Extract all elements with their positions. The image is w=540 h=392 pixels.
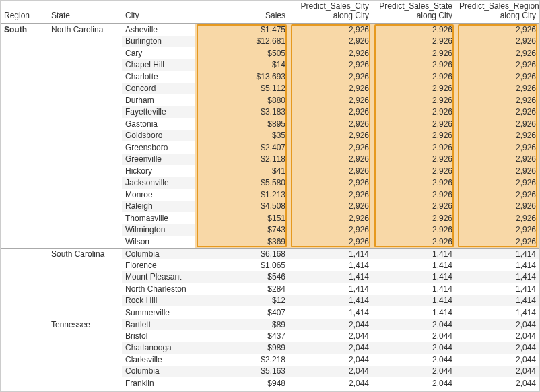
cell-state [48,71,122,83]
table-row: Raleigh$4,5082,9262,9262,926 [1,201,539,213]
table-row: Fayetteville$3,1832,9262,9262,926 [1,106,539,119]
cell-state [48,271,122,284]
cell-city: Charlotte [122,71,195,83]
cell-region [1,366,48,378]
cell-region [1,106,48,119]
cell-sales: $5,163 [195,366,289,378]
cell-predict-city: 1,414 [289,271,372,284]
cell-state [48,189,122,201]
cell-predict-city: 2,926 [289,118,372,130]
table-row: North Charleston$2841,4141,4141,414 [1,283,539,295]
cell-region [1,330,48,342]
cell-sales: $989 [195,342,289,354]
cell-sales: $5,112 [195,83,289,95]
cell-predict-region: 1,414 [456,271,539,284]
col-header-line1: Predict_Sales_Region [459,1,539,11]
cell-city: Thomasville [122,212,195,224]
table-header: Region State City Sales Predict_Sales_Ci… [1,1,539,24]
cell-state [48,154,122,166]
col-header-predict-region[interactable]: Predict_Sales_Region along City [456,1,539,23]
cell-sales: $407 [195,306,289,319]
cell-predict-state: 2,926 [372,24,456,36]
cell-sales: $2,218 [195,354,289,366]
cell-predict-state: 2,926 [372,36,456,48]
cell-region [1,94,48,106]
cell-predict-state: 2,926 [372,59,456,71]
cell-predict-city: 2,926 [289,177,372,189]
col-header-line2: along City [333,11,369,20]
cell-region [1,59,48,71]
cell-predict-region: 1,414 [456,283,539,295]
cell-state [48,236,122,248]
cell-region [1,47,48,59]
cell-city: Goldsboro [122,130,195,142]
cell-predict-region: 2,926 [456,36,539,48]
cell-region [1,342,48,354]
cell-sales: $505 [195,47,289,59]
cell-state [48,377,122,389]
col-header-sales[interactable]: Sales [195,10,289,23]
cell-region [1,189,48,201]
cell-sales: $151 [195,212,289,224]
cell-region [1,36,48,48]
cell-predict-city: 2,926 [289,189,372,201]
cell-predict-region: 2,926 [456,201,539,213]
cell-predict-city: 2,926 [289,71,372,83]
cell-region [1,83,48,95]
cell-sales: $369 [195,236,289,248]
cell-predict-state: 2,926 [372,177,456,189]
cell-predict-region: 2,926 [456,24,539,36]
cell-state [48,306,122,319]
cell-predict-state: 1,414 [372,249,456,260]
table-row: Gastonia$8952,9262,9262,926 [1,118,539,130]
cell-city: Franklin [122,377,195,389]
cell-state [48,47,122,59]
cell-predict-state: 2,044 [372,319,456,331]
cell-state [48,354,122,366]
col-header-predict-city[interactable]: Predict_Sales_City along City [289,1,372,23]
cell-sales: $1,065 [195,259,289,271]
cell-sales: $2,407 [195,141,289,154]
cell-predict-city: 2,926 [289,24,372,36]
table-row: Burlington$12,6812,9262,9262,926 [1,36,539,48]
cell-state [48,130,122,142]
cell-region [1,377,48,389]
col-header-line1: Predict_Sales_City [301,1,369,11]
cell-predict-city: 2,926 [289,154,372,166]
cell-region [1,212,48,224]
cell-predict-city: 2,044 [289,342,372,354]
cell-predict-region: 1,414 [456,295,539,307]
cell-sales: $880 [195,94,289,106]
cell-predict-region: 1,414 [456,306,539,319]
col-header-state[interactable]: State [48,10,122,23]
cell-predict-region: 2,926 [456,177,539,189]
col-header-city[interactable]: City [122,10,195,23]
cell-sales: $5,580 [195,177,289,189]
cell-predict-state: 2,926 [372,236,456,248]
cell-predict-region: 1,414 [456,249,539,260]
cell-sales: $948 [195,377,289,389]
cell-state [48,59,122,71]
table-row: Hickory$412,9262,9262,926 [1,165,539,177]
cell-city: Clarksville [122,354,195,366]
cell-city: Greensboro [122,141,195,154]
cell-region [1,295,48,307]
cell-state [48,83,122,95]
cell-city: Concord [122,83,195,95]
cell-region [1,154,48,166]
cell-predict-city: 1,414 [289,249,372,260]
cell-state [48,106,122,119]
col-header-region[interactable]: Region [1,10,48,23]
cell-predict-city: 2,926 [289,94,372,106]
cell-state: South Carolina [48,249,122,260]
col-header-line1: Predict_Sales_State [379,1,452,11]
table-row: TennesseeBartlett$892,0442,0442,044 [1,319,539,331]
table-row: Wilson$3692,9262,9262,926 [1,236,539,248]
cell-city: Gastonia [122,118,195,130]
cell-predict-region: 2,926 [456,94,539,106]
cell-sales: $437 [195,330,289,342]
cell-city: Bartlett [122,319,195,331]
col-header-predict-state[interactable]: Predict_Sales_State along City [372,1,456,23]
cell-city: Jacksonville [122,177,195,189]
cell-predict-state: 2,926 [372,224,456,236]
